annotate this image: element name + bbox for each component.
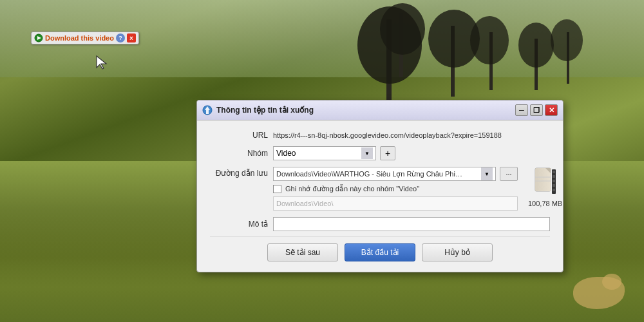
restore-button[interactable]: ❐ [530, 104, 543, 116]
dialog-titlebar: Thông tin tệp tin tải xuống ─ ❐ ✕ [197, 100, 563, 120]
path-input-row: Downloads\Video\WARTHOG - Siêu Lợn Rừng … [273, 167, 518, 181]
url-label: URL [210, 131, 268, 140]
group-label: Nhóm [210, 149, 268, 158]
tree-canopy-6 [551, 19, 583, 61]
animal-2-head [602, 274, 621, 290]
description-row: Mô tả [210, 217, 550, 231]
path-value: Downloads\Video\WARTHOG - Siêu Lợn Rừng … [276, 170, 463, 178]
close-button[interactable]: ✕ [545, 104, 558, 116]
description-input[interactable] [273, 217, 550, 231]
svg-rect-11 [553, 171, 555, 173]
svg-rect-15 [553, 189, 555, 191]
group-row: Nhóm Video ▼ + [210, 146, 550, 160]
path-hint: Downloads\Video\ [273, 196, 518, 211]
help-button[interactable]: ? [116, 33, 125, 43]
remember-checkbox[interactable] [273, 185, 281, 193]
download-btn-label: Download this video [45, 34, 114, 42]
remember-path-row: Ghi nhớ đường dẫn này cho nhóm "Video" [273, 185, 518, 193]
file-size: 100,78 MB [528, 200, 562, 207]
remember-label: Ghi nhớ đường dẫn này cho nhóm "Video" [285, 185, 419, 193]
schedule-button[interactable]: Sẽ tải sau [267, 243, 338, 261]
path-label: Đường dẫn lưu [210, 167, 268, 178]
file-info: 100,78 MB [528, 167, 562, 207]
url-row: URL https://r4---sn-8qj-nbosk.googlevide… [210, 131, 550, 140]
download-toolbar[interactable]: Download this video ? × [31, 32, 139, 44]
desc-label: Mô tả [210, 220, 268, 229]
cancel-button[interactable]: Hủy bỏ [422, 243, 493, 261]
path-row: Đường dẫn lưu Downloads\Video\WARTHOG - … [210, 167, 550, 211]
file-icon [534, 167, 557, 197]
button-row: Sẽ tải sau Bắt đầu tải Hủy bỏ [210, 236, 550, 261]
group-controls: Video ▼ + [273, 146, 395, 160]
svg-rect-6 [535, 168, 551, 191]
tree-canopy-2 [380, 3, 425, 55]
dialog-title: Thông tin tệp tin tải xuống [216, 106, 511, 115]
browse-button[interactable]: ··· [500, 167, 518, 181]
group-combo[interactable]: Video ▼ [273, 146, 376, 160]
svg-rect-13 [553, 180, 555, 182]
minimize-button[interactable]: ─ [515, 104, 528, 116]
path-combo[interactable]: Downloads\Video\WARTHOG - Siêu Lợn Rừng … [273, 167, 496, 181]
tree-canopy-4 [470, 16, 509, 64]
url-value: https://r4---sn-8qj-nbosk.googlevideo.co… [273, 131, 550, 139]
dialog-body: URL https://r4---sn-8qj-nbosk.googlevide… [197, 120, 563, 272]
download-dialog: Thông tin tệp tin tải xuống ─ ❐ ✕ URL ht… [196, 100, 564, 272]
group-combo-value: Video [276, 149, 296, 158]
hint-text: Downloads\Video\ [276, 200, 333, 207]
play-icon [34, 33, 43, 43]
path-area: Downloads\Video\WARTHOG - Siêu Lợn Rừng … [273, 167, 518, 211]
svg-rect-14 [553, 184, 555, 187]
group-combo-arrow[interactable]: ▼ [361, 147, 373, 159]
tree-canopy-5 [518, 23, 554, 68]
titlebar-buttons: ─ ❐ ✕ [515, 104, 558, 116]
add-group-button[interactable]: + [380, 146, 395, 160]
dialog-title-icon [202, 105, 213, 115]
path-combo-arrow[interactable]: ▼ [481, 167, 493, 180]
toolbar-close-button[interactable]: × [127, 33, 136, 43]
svg-rect-12 [553, 175, 555, 178]
start-download-button[interactable]: Bắt đầu tải [345, 243, 415, 261]
